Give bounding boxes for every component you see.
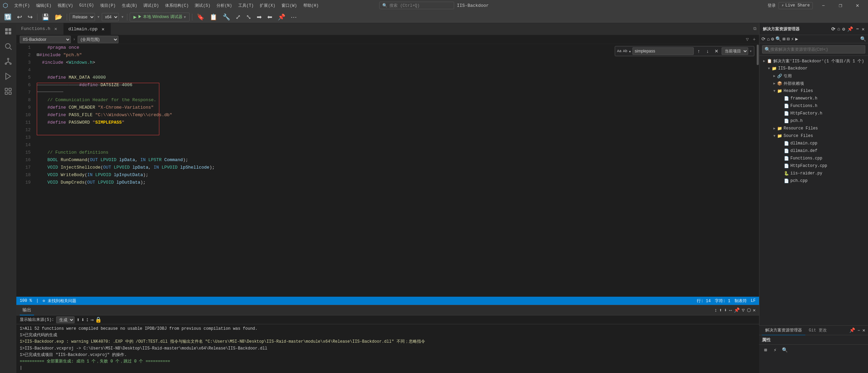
new-file-button[interactable]: 🔃	[2, 13, 14, 21]
output-close-icon[interactable]: ✕	[753, 307, 756, 313]
editor-split-button[interactable]: ⧉	[750, 23, 759, 35]
menu-arch[interactable]: 体系结构(C)	[162, 2, 192, 9]
output-icon-5[interactable]: 🔒	[95, 316, 102, 323]
menu-analyze[interactable]: 分析(N)	[214, 2, 235, 9]
rp-minimize-icon[interactable]: －	[856, 327, 861, 333]
panel-pin-icon[interactable]: 📌	[847, 26, 853, 32]
editor-expand-button[interactable]: +	[753, 37, 756, 42]
code-content[interactable]: #pragma once ⊟#include "pch.h" #include …	[33, 44, 756, 297]
tree-project-root[interactable]: ▼ 📁 IIS-Backdoor	[759, 65, 868, 72]
se-icon-2[interactable]: ⌂	[767, 36, 770, 42]
tab-functions-h-close[interactable]: ✕	[53, 26, 59, 32]
find-prev-button[interactable]: ↑	[695, 47, 703, 55]
status-errors[interactable]: ⊙ 未找到相关问题	[43, 298, 76, 304]
output-expand-icon[interactable]: ⬡	[747, 307, 751, 313]
output-icon-1[interactable]: ⬆	[77, 316, 80, 323]
menu-git[interactable]: Git(G)	[77, 2, 97, 9]
tree-httpfactory-h[interactable]: 📄 HttpFactory.h	[759, 110, 868, 117]
toolbar-btn-11[interactable]: 📌	[276, 13, 287, 21]
activity-search[interactable]	[1, 40, 15, 53]
toolbar-btn-9[interactable]: ➡	[255, 13, 264, 21]
properties-icon-3[interactable]: 🔍	[781, 346, 788, 354]
output-collapse-icon[interactable]: ▽	[742, 307, 744, 313]
activity-explorer[interactable]	[1, 25, 15, 38]
menu-debug[interactable]: 调试(D)	[141, 2, 162, 9]
output-tab[interactable]: 输出	[20, 305, 34, 315]
find-close-button[interactable]: ✕	[713, 47, 720, 55]
tree-external-deps[interactable]: ▶ 📦 外部依赖项	[759, 80, 868, 87]
se-icon-6[interactable]: ⊟	[787, 36, 789, 42]
login-btn[interactable]: 登录	[768, 3, 776, 9]
output-icon-3[interactable]: ↕	[86, 317, 89, 323]
activity-debug[interactable]	[1, 69, 15, 83]
tab-solution-explorer-bottom[interactable]: 解决方案资源管理器	[762, 326, 805, 335]
scrollbar-thumb[interactable]	[757, 45, 759, 65]
menu-project[interactable]: 项目(P)	[97, 2, 118, 9]
undo-button[interactable]: ↩	[15, 13, 24, 21]
rp-pin-icon[interactable]: 📌	[849, 327, 855, 333]
find-next-button[interactable]: ↓	[704, 47, 711, 55]
tab-git-changes[interactable]: Git 更改	[805, 326, 830, 335]
menu-file[interactable]: 文件(F)	[12, 2, 33, 9]
output-scroll-down-icon[interactable]: ⬇	[724, 307, 727, 313]
toolbar-btn-6[interactable]: 🔧	[221, 13, 232, 21]
menu-extensions[interactable]: 扩展(X)	[257, 2, 278, 9]
panel-close-icon[interactable]: ✕	[862, 26, 865, 32]
tree-resource-files[interactable]: ▶ 📁 Resource Files	[759, 125, 868, 132]
tree-framework-h[interactable]: 📄 framework.h	[759, 95, 868, 102]
arch-select[interactable]: x64	[102, 13, 119, 21]
tree-dllmain-def[interactable]: 📄 dllmain.def	[759, 147, 868, 155]
se-icon-8[interactable]: ▶	[795, 36, 798, 42]
toolbar-btn-12[interactable]: ⋯	[289, 13, 299, 21]
solution-tree[interactable]: ▶ 📋 解决方案'IIS-Backdoor'(1 个项目/共 1 个) ▼ 📁 …	[759, 56, 868, 325]
se-icon-7[interactable]: ⚡	[791, 36, 794, 42]
se-icon-4[interactable]: 🔍	[775, 36, 781, 42]
sync-icon[interactable]: ⟳	[831, 26, 835, 32]
close-button[interactable]: ✕	[850, 0, 865, 11]
se-icon-search[interactable]: 🔍	[860, 36, 866, 42]
toolbar-btn-5[interactable]: 📋	[208, 13, 219, 21]
output-pin-icon[interactable]: 📌	[734, 307, 740, 313]
tab-dllmain-cpp-close[interactable]: ✕	[100, 26, 106, 32]
toolbar-btn-7[interactable]: ⤢	[234, 13, 243, 21]
home-icon[interactable]: ⌂	[837, 26, 840, 32]
menu-view[interactable]: 视图(V)	[55, 2, 76, 9]
find-input[interactable]	[632, 47, 694, 55]
output-source-select[interactable]: 生成	[56, 316, 75, 323]
tree-pch-h[interactable]: 📄 pch.h	[759, 117, 868, 125]
toolbar-btn-10[interactable]: ⬅	[265, 13, 274, 21]
tab-functions-h[interactable]: Functions.h ✕	[16, 23, 64, 35]
tree-httpfactory-cpp[interactable]: 📄 HttpFactory.cpp	[759, 162, 868, 170]
tree-solution-root[interactable]: ▶ 📋 解决方案'IIS-Backdoor'(1 个项目/共 1 个)	[759, 57, 868, 65]
config-select[interactable]: Release	[69, 13, 95, 21]
se-icon-5[interactable]: ⊞	[783, 36, 785, 42]
properties-icon-2[interactable]: ⚡	[771, 346, 779, 354]
rp-close-icon[interactable]: ✕	[863, 327, 865, 333]
breadcrumb-scope-select[interactable]: (全局范围)	[78, 36, 118, 43]
redo-button[interactable]: ↪	[26, 13, 35, 21]
menu-build[interactable]: 生成(B)	[119, 2, 140, 9]
properties-icon-1[interactable]: ⊞	[762, 346, 769, 354]
output-icon-2[interactable]: ⬇	[81, 316, 84, 323]
output-scroll-up-icon[interactable]: ⬆	[719, 307, 722, 313]
maximize-button[interactable]: ❐	[833, 0, 848, 11]
se-icon-1[interactable]: ⟳	[761, 36, 766, 42]
minimize-button[interactable]: －	[816, 0, 831, 11]
tree-source-files[interactable]: ▼ 📁 Source Files	[759, 132, 868, 140]
menu-tools[interactable]: 工具(T)	[236, 2, 257, 9]
tree-references[interactable]: ▶ 🔗 引用	[759, 72, 868, 80]
menu-window[interactable]: 窗口(W)	[279, 2, 300, 9]
find-scope-select[interactable]: 当前项目	[722, 47, 748, 55]
se-icon-3[interactable]: ⚙	[771, 36, 774, 42]
tab-dllmain-cpp[interactable]: dllmain.cpp ✕	[64, 23, 111, 35]
editor-collapse-button[interactable]: ▽	[746, 36, 749, 42]
breadcrumb-project-select[interactable]: IIS-Backdoor	[20, 36, 71, 43]
output-word-wrap-icon[interactable]: ↔	[729, 308, 732, 313]
menu-edit[interactable]: 编辑(E)	[33, 2, 54, 9]
tree-iis-raider-py[interactable]: 🐍 iis-raider.py	[759, 170, 868, 177]
bookmark-button[interactable]: 🔖	[195, 13, 206, 21]
menu-test[interactable]: 测试(S)	[192, 2, 213, 9]
output-clear-icon[interactable]: ↕	[714, 308, 717, 313]
tree-pch-cpp[interactable]: 📄 pch.cpp	[759, 177, 868, 185]
tree-functions-cpp[interactable]: 📄 Functions.cpp	[759, 155, 868, 162]
